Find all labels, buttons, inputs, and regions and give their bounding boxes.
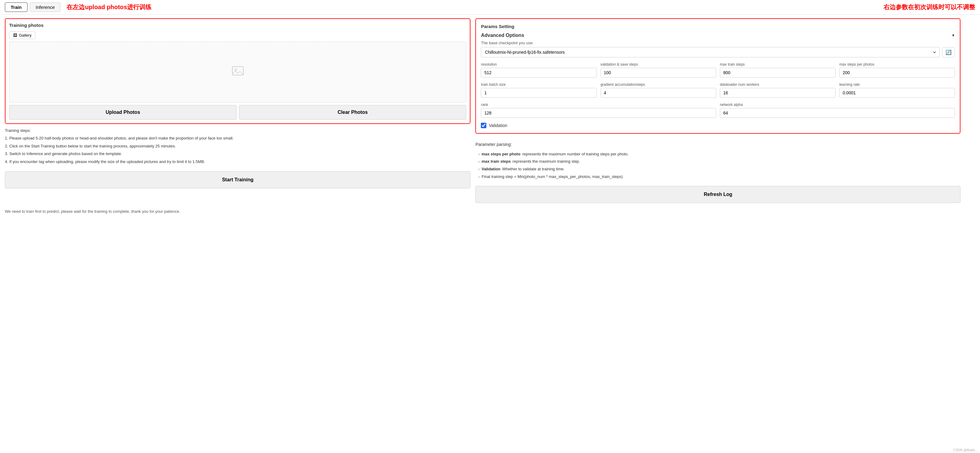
svg-rect-0: [232, 67, 243, 75]
rank-label: rank: [481, 103, 716, 107]
checkpoint-refresh-button[interactable]: 🔄: [942, 47, 955, 57]
params-grid-row1: resolution validation & save steps max t…: [481, 62, 955, 78]
parameter-parsing: Parameter parsing: max steps per photo r…: [475, 140, 961, 180]
params-box: Params Setting Advanced Options ▼ The ba…: [475, 18, 961, 134]
learning-rate-label: learning rate: [839, 83, 955, 87]
param-parse-item-3: Validation Whether to validate at traini…: [478, 165, 961, 173]
upload-photos-button[interactable]: Upload Photos: [9, 105, 237, 120]
refresh-icon: 🔄: [945, 50, 951, 55]
checkpoint-row: Chilloutmix-Ni-pruned-fp16-fix.safetenso…: [481, 47, 955, 57]
rank-input[interactable]: [481, 108, 716, 118]
resolution-input[interactable]: [481, 68, 597, 78]
gradient-accumulation-input[interactable]: [601, 88, 716, 98]
train-batch-size-field: train batch size: [481, 83, 597, 98]
training-step-2: 2. Click on the Start Training button be…: [5, 143, 471, 149]
training-step-1: 1. Please upload 5-20 half-body photos o…: [5, 135, 471, 141]
training-photos-title: Training photos: [9, 22, 466, 28]
validation-save-steps-field: validation & save steps: [601, 62, 716, 78]
param-desc-3: Whether to validate at training time.: [502, 165, 565, 173]
params-grid-row3: rank network alpha: [481, 103, 955, 118]
params-title: Params Setting: [481, 24, 955, 29]
tab-inference[interactable]: Inference: [30, 2, 61, 12]
clear-photos-button[interactable]: Clear Photos: [239, 105, 466, 120]
training-steps: Training steps: 1. Please upload 5-20 ha…: [5, 127, 471, 166]
max-steps-per-photos-input[interactable]: [839, 68, 955, 78]
param-parse-item-1: max steps per photo represents the maxim…: [478, 151, 961, 158]
parameter-parsing-title: Parameter parsing:: [475, 140, 961, 149]
param-parse-item-2: max train steps represents the maximum t…: [478, 158, 961, 165]
validation-row: Validation: [481, 123, 955, 128]
param-desc-4: Final training step = Min(photo_num * ma…: [482, 173, 622, 181]
image-icon: 🖼: [13, 33, 17, 38]
training-steps-title: Training steps:: [5, 127, 471, 134]
max-train-steps-input[interactable]: [720, 68, 835, 78]
validation-save-steps-label: validation & save steps: [601, 62, 716, 67]
refresh-log-button[interactable]: Refresh Log: [475, 186, 961, 203]
gallery-button[interactable]: 🖼 Gallery: [9, 32, 35, 39]
checkpoint-hint: The base checkpoint you use.: [481, 41, 955, 45]
param-parse-item-4: Final training step = Min(photo_num * ma…: [478, 173, 961, 181]
params-grid-row2: train batch size gradient accumulationst…: [481, 83, 955, 98]
advanced-options-label: Advanced Options: [481, 33, 524, 38]
gallery-label: Gallery: [19, 33, 32, 38]
learning-rate-input[interactable]: [839, 88, 955, 98]
network-alpha-label: network alpha: [720, 103, 955, 107]
train-batch-size-input[interactable]: [481, 88, 597, 98]
resolution-field: resolution: [481, 62, 597, 78]
upload-buttons: Upload Photos Clear Photos: [9, 105, 466, 120]
photo-upload-area[interactable]: [9, 41, 466, 103]
param-term-1: max steps per photo: [482, 151, 520, 158]
top-bar: Train Inference 在左边upload photos进行训练 右边参…: [0, 0, 980, 15]
max-steps-per-photos-field: max steps per photos: [839, 62, 955, 78]
max-steps-per-photos-label: max steps per photos: [839, 62, 955, 67]
start-training-button[interactable]: Start Training: [5, 171, 471, 188]
dataloader-num-workers-field: dataloader num workers: [720, 83, 835, 98]
right-panel: Params Setting Advanced Options ▼ The ba…: [475, 18, 961, 203]
max-train-steps-field: max train steps: [720, 62, 835, 78]
advanced-options-header: Advanced Options ▼: [481, 33, 955, 38]
validation-label: Validation: [489, 123, 507, 128]
checkpoint-select[interactable]: Chilloutmix-Ni-pruned-fp16-fix.safetenso…: [481, 47, 940, 57]
dataloader-num-workers-label: dataloader num workers: [720, 83, 835, 87]
annotation-left: 在左边upload photos进行训练: [67, 3, 151, 11]
dataloader-num-workers-input[interactable]: [720, 88, 835, 98]
param-desc-2: represents the maximum training step.: [512, 158, 580, 165]
max-train-steps-label: max train steps: [720, 62, 835, 67]
learning-rate-field: learning rate: [839, 83, 955, 98]
gradient-accumulation-field: gradient accumulationsteps: [601, 83, 716, 98]
training-step-4: 4. If you encounter lag when uploading, …: [5, 158, 471, 165]
train-batch-size-label: train batch size: [481, 83, 597, 87]
validation-save-steps-input[interactable]: [601, 68, 716, 78]
param-desc-1: represents the maximum number of trainin…: [522, 151, 628, 158]
left-panel: Training photos 🖼 Gallery Upload Photos …: [5, 18, 471, 203]
rank-field: rank: [481, 103, 716, 118]
network-alpha-field: network alpha: [720, 103, 955, 118]
photo-placeholder-icon: [232, 65, 244, 79]
footer-note: We need to train first to predict, pleas…: [0, 207, 980, 217]
annotation-right: 右边参数在初次训练时可以不调整: [883, 3, 975, 11]
training-photos-box: Training photos 🖼 Gallery Upload Photos …: [5, 18, 471, 124]
validation-checkbox[interactable]: [481, 123, 486, 128]
svg-point-1: [235, 69, 237, 70]
network-alpha-input[interactable]: [720, 108, 955, 118]
param-term-3: Validation: [482, 165, 500, 173]
resolution-label: resolution: [481, 62, 597, 67]
advanced-options-toggle[interactable]: ▼: [951, 33, 955, 38]
training-step-3: 3. Switch to Inference and generate phot…: [5, 150, 471, 157]
gradient-accumulation-label: gradient accumulationsteps: [601, 83, 716, 87]
param-term-2: max train steps: [482, 158, 511, 165]
main-layout: Training photos 🖼 Gallery Upload Photos …: [0, 15, 980, 207]
tab-train[interactable]: Train: [5, 2, 27, 12]
param-parse-list: max steps per photo represents the maxim…: [475, 151, 961, 181]
